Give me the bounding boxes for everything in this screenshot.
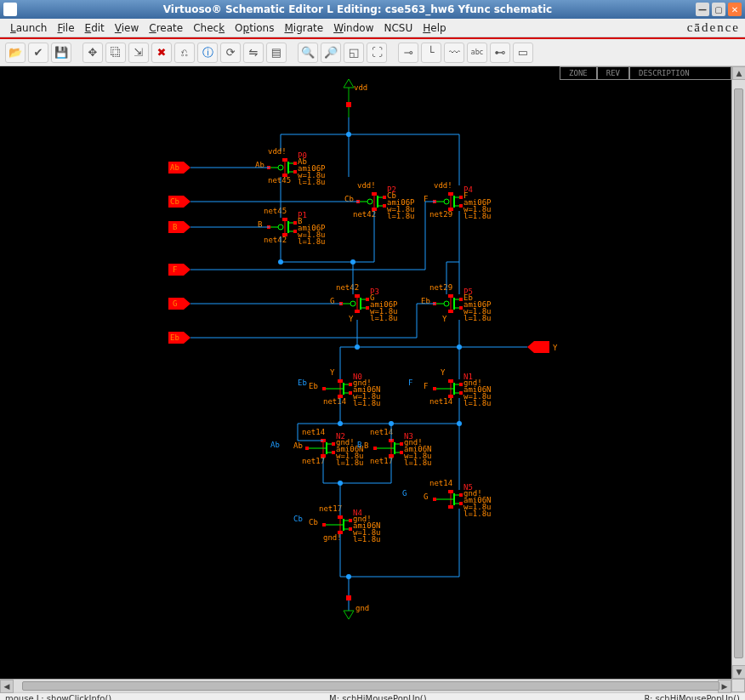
info-icon[interactable]: ⓘ: [197, 43, 218, 63]
menu-options[interactable]: Options: [230, 20, 279, 36]
window-titlebar: Virtuoso® Schematic Editor L Editing: cs…: [0, 0, 745, 19]
horizontal-scrollbar[interactable]: ◀ ▶: [0, 679, 731, 692]
svg-text:l=1.8u: l=1.8u: [336, 458, 364, 467]
menu-create[interactable]: Create: [144, 20, 188, 36]
save-icon[interactable]: 💾: [51, 43, 71, 63]
output-label: Y: [553, 344, 558, 352]
net-icon[interactable]: ⊷: [490, 43, 510, 63]
svg-text:l=1.8u: l=1.8u: [298, 237, 326, 246]
stretch-icon[interactable]: ⇲: [128, 43, 149, 63]
window-title: Virtuoso® Schematic Editor L Editing: cs…: [22, 3, 693, 15]
svg-point-132: [338, 421, 343, 426]
rotate-icon[interactable]: ⟳: [220, 43, 241, 63]
svg-text:net42: net42: [264, 236, 287, 244]
svg-text:vdd!: vdd!: [434, 181, 452, 190]
svg-text:l=1.8u: l=1.8u: [404, 458, 432, 467]
svg-text:net42: net42: [353, 210, 376, 219]
menu-migrate[interactable]: Migrate: [279, 20, 328, 36]
menu-ncsu[interactable]: NCSU: [378, 20, 418, 36]
svg-text:Y: Y: [330, 368, 335, 377]
checkmark-icon[interactable]: ✔: [28, 43, 48, 63]
menu-window[interactable]: Window: [328, 20, 378, 36]
svg-point-133: [389, 421, 394, 426]
svg-text:net29: net29: [429, 210, 452, 219]
svg-text:Cb: Cb: [309, 518, 318, 526]
scroll-up-icon[interactable]: ▲: [732, 66, 745, 80]
menu-view[interactable]: View: [110, 20, 144, 36]
maximize-button[interactable]: ▢: [712, 3, 725, 16]
svg-marker-24: [344, 79, 354, 88]
svg-text:Cb: Cb: [293, 515, 303, 523]
svg-text:F: F: [173, 265, 177, 274]
canvas-area: ZONE REV DESCRIPTION: [0, 66, 745, 679]
delete-icon[interactable]: ✖: [151, 43, 172, 63]
svg-text:l=1.8u: l=1.8u: [463, 212, 492, 220]
menu-launch[interactable]: Launch: [5, 20, 52, 36]
scroll-thumb-h[interactable]: [22, 681, 719, 691]
svg-rect-138: [346, 595, 351, 600]
close-button[interactable]: ✕: [728, 3, 742, 16]
svg-text:net14: net14: [370, 428, 393, 436]
svg-text:Ab: Ab: [293, 441, 303, 450]
note-icon[interactable]: ▭: [513, 43, 533, 63]
bus-icon[interactable]: 〰: [444, 43, 464, 63]
move-icon[interactable]: ✥: [82, 43, 103, 63]
scroll-down-icon[interactable]: ▼: [732, 665, 745, 679]
hierarchy-icon[interactable]: ▤: [266, 43, 287, 63]
svg-text:B: B: [357, 441, 361, 449]
svg-text:net14: net14: [323, 397, 346, 406]
svg-point-135: [338, 481, 343, 486]
brand-logo: cādence: [687, 20, 740, 35]
svg-text:net45: net45: [264, 207, 287, 215]
svg-text:Y: Y: [441, 368, 446, 377]
menu-check[interactable]: Check: [188, 20, 230, 36]
label-icon[interactable]: abc: [467, 43, 487, 63]
svg-text:F: F: [424, 382, 428, 390]
svg-text:G: G: [173, 299, 177, 308]
svg-text:G: G: [424, 492, 428, 501]
minimize-button[interactable]: —: [696, 3, 709, 16]
pin-icon[interactable]: ⊸: [398, 43, 418, 63]
schematic-drawing: vdd P0 vdd! Ab Ab ami06P w=1.8u l=1.8u n…: [0, 66, 731, 679]
svg-text:vdd!: vdd!: [357, 181, 376, 190]
svg-text:B: B: [364, 441, 368, 450]
scroll-right-icon[interactable]: ▶: [718, 680, 731, 693]
scroll-thumb-v[interactable]: [734, 88, 743, 658]
wire-icon[interactable]: └: [421, 43, 441, 63]
svg-text:Ab: Ab: [270, 441, 280, 449]
svg-text:Eb: Eb: [298, 378, 307, 387]
menu-file[interactable]: File: [52, 20, 79, 36]
open-icon[interactable]: 📂: [5, 43, 26, 63]
zoom-in-icon[interactable]: 🔍: [298, 43, 318, 63]
status-mouse-r: R: schHiMousePopUp(): [644, 694, 740, 700]
svg-text:l=1.8u: l=1.8u: [298, 178, 326, 186]
copy-icon[interactable]: ⿻: [105, 43, 126, 63]
menu-help[interactable]: Help: [418, 20, 451, 36]
undo-icon[interactable]: ⎌: [174, 43, 195, 63]
app-icon: [3, 3, 17, 16]
svg-text:net14: net14: [429, 397, 452, 406]
zoom-fit-icon[interactable]: ◱: [344, 43, 364, 63]
svg-text:Y: Y: [349, 315, 354, 323]
svg-text:Eb: Eb: [309, 382, 318, 390]
svg-text:G: G: [402, 489, 407, 498]
svg-text:net14: net14: [429, 479, 452, 487]
svg-text:net45: net45: [268, 176, 291, 185]
flip-icon[interactable]: ⇋: [243, 43, 264, 63]
schematic-canvas[interactable]: ZONE REV DESCRIPTION: [0, 66, 731, 679]
svg-text:Eb: Eb: [170, 333, 179, 342]
svg-point-75: [278, 259, 283, 265]
svg-text:l=1.8u: l=1.8u: [370, 314, 398, 322]
svg-text:gnd!: gnd!: [323, 533, 342, 542]
svg-text:net29: net29: [429, 283, 452, 292]
zoom-box-icon[interactable]: ⛶: [367, 43, 387, 63]
menu-edit[interactable]: Edit: [80, 20, 110, 36]
svg-text:B: B: [173, 223, 177, 231]
status-mouse-l: mouse L: showClickInfo(): [5, 694, 111, 700]
vdd-label: vdd: [354, 83, 367, 92]
status-mouse-m: M: schHiMousePopUp(): [111, 694, 644, 700]
zoom-out-icon[interactable]: 🔎: [321, 43, 341, 63]
svg-text:l=1.8u: l=1.8u: [463, 509, 492, 518]
scroll-left-icon[interactable]: ◀: [0, 680, 14, 693]
vertical-scrollbar[interactable]: ▲ ▼: [731, 66, 745, 679]
